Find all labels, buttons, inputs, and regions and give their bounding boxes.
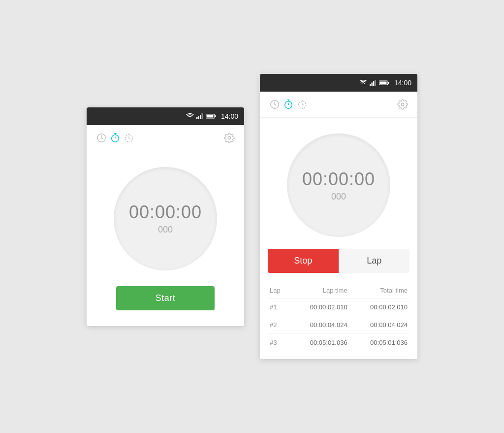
svg-rect-6 — [206, 115, 213, 117]
table-row: #3 00:05:01.036 00:05:01.036 — [268, 334, 410, 352]
phone-stopped: 14:00 — [87, 107, 244, 326]
action-buttons: Stop Lap — [268, 249, 410, 273]
lap-time: 00:00:02.010 — [289, 299, 349, 316]
phones-container: 14:00 — [87, 74, 417, 359]
clock-nav-icon-1[interactable] — [94, 131, 108, 145]
clock-time-1: 00:00:00 — [129, 202, 202, 223]
lap-button[interactable]: Lap — [339, 249, 410, 273]
svg-rect-0 — [196, 117, 198, 119]
clock-circle-2: 00:00:00 000 — [287, 133, 390, 237]
total-time: 00:05:01.036 — [349, 334, 410, 352]
clock-ms-2: 000 — [331, 192, 346, 202]
wifi-icon — [186, 113, 194, 119]
timer-nav-icon-2[interactable] — [295, 98, 309, 111]
clock-circle-1: 00:00:00 000 — [114, 167, 217, 270]
phone-running: 14:00 — [260, 74, 417, 359]
lap-number: #1 — [268, 299, 289, 316]
table-row: #2 00:00:04.024 00:00:04.024 — [268, 316, 410, 334]
stopwatch-nav-icon-1[interactable] — [108, 131, 122, 145]
battery-icon — [206, 113, 217, 119]
start-button[interactable]: Start — [116, 286, 215, 310]
svg-rect-19 — [375, 80, 376, 86]
svg-point-15 — [228, 136, 231, 139]
svg-rect-22 — [379, 82, 386, 84]
status-bar-2: 14:00 — [260, 74, 417, 92]
col-header-lap: Lap — [268, 283, 289, 299]
svg-rect-21 — [388, 82, 389, 84]
total-time: 00:00:04.024 — [349, 316, 410, 334]
battery-icon-2 — [379, 80, 390, 86]
svg-rect-1 — [198, 116, 199, 119]
svg-rect-17 — [371, 83, 373, 86]
svg-line-12 — [118, 135, 118, 135]
wifi-icon-2 — [359, 80, 367, 86]
settings-nav-icon-1[interactable] — [222, 131, 236, 145]
clock-nav-icon-2[interactable] — [268, 98, 282, 111]
col-header-totaltime: Total time — [349, 283, 410, 299]
nav-bar-1 — [87, 125, 244, 151]
status-icons-2: 14:00 — [359, 79, 411, 87]
status-time-2: 14:00 — [394, 79, 411, 87]
svg-rect-5 — [215, 115, 216, 117]
svg-point-31 — [401, 103, 404, 106]
clock-ms-1: 000 — [158, 225, 173, 235]
lap-number: #2 — [268, 316, 289, 334]
svg-rect-16 — [370, 84, 371, 86]
status-bar-1: 14:00 — [87, 107, 244, 125]
phone-content-2: 00:00:00 000 Stop Lap Lap Lap time Total… — [260, 118, 417, 359]
svg-rect-2 — [200, 115, 201, 119]
timer-nav-icon-1[interactable] — [122, 131, 136, 145]
svg-line-28 — [291, 102, 291, 102]
signal-icon-2 — [370, 80, 377, 86]
status-icons-1: 14:00 — [186, 112, 238, 120]
table-row: #1 00:00:02.010 00:00:02.010 — [268, 299, 410, 316]
svg-rect-18 — [373, 81, 375, 86]
lap-time: 00:05:01.036 — [289, 334, 349, 352]
stopwatch-nav-icon-2[interactable] — [282, 98, 295, 111]
lap-table: Lap Lap time Total time #1 00:00:02.010 … — [268, 283, 410, 351]
col-header-laptime: Lap time — [289, 283, 349, 299]
clock-time-2: 00:00:00 — [302, 169, 375, 190]
stop-button[interactable]: Stop — [268, 249, 339, 273]
signal-icon — [196, 113, 203, 119]
svg-rect-3 — [201, 113, 203, 119]
nav-bar-2 — [260, 92, 417, 118]
settings-nav-icon-2[interactable] — [396, 98, 410, 111]
status-time-1: 14:00 — [221, 112, 238, 120]
total-time: 00:00:02.010 — [349, 299, 410, 316]
lap-time: 00:00:04.024 — [289, 316, 349, 334]
lap-number: #3 — [268, 334, 289, 352]
phone-content-1: 00:00:00 000 Start — [87, 151, 244, 326]
